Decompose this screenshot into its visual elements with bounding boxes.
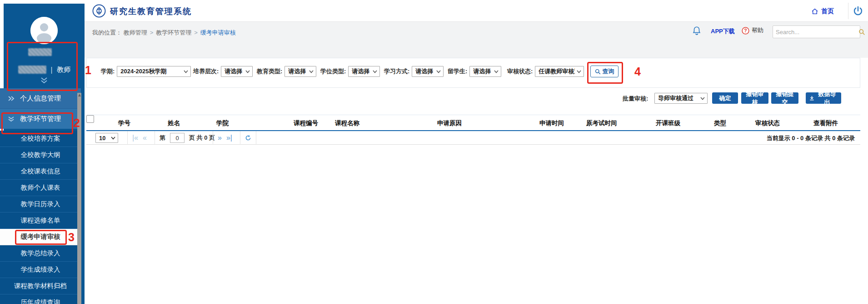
filter-training-level: 培养层次: 请选择 <box>193 66 253 77</box>
pager-refresh <box>240 131 256 145</box>
last-page-icon[interactable]: »| <box>226 134 232 142</box>
university-logo <box>92 4 106 18</box>
column-header-name[interactable]: 姓名 <box>168 119 180 127</box>
page-title: 研究生教育管理系统 <box>110 6 192 17</box>
select-all-checkbox[interactable] <box>86 115 94 123</box>
sidebar-item-course-roster[interactable]: 课程选修名单 <box>0 213 81 229</box>
notification-bell-icon[interactable] <box>692 25 702 36</box>
home-link[interactable]: 首页 <box>811 7 834 15</box>
filter-review-status: 审核状态: 任课教师审核通过 <box>507 66 584 77</box>
degree-type-select[interactable]: 请选择 <box>348 66 380 77</box>
page: 研究生教育管理系统 首页 我的位置： 教师管理>教学环节管理>缓考申请审核 AP… <box>0 0 868 304</box>
search-icon[interactable] <box>858 29 868 35</box>
study-mode-select[interactable]: 请选择 <box>412 66 444 77</box>
annotation-label-2: 2 <box>74 117 80 129</box>
search-input[interactable] <box>773 29 858 35</box>
column-header-apply-reason[interactable]: 申请原因 <box>437 119 462 127</box>
refresh-icon[interactable] <box>245 135 251 141</box>
chevron-right-icon <box>8 96 15 101</box>
column-header-class[interactable]: 开课班级 <box>656 119 680 127</box>
column-header-original-exam-time[interactable]: 原考试时间 <box>586 119 617 127</box>
column-header-course-code[interactable]: 课程编号 <box>294 119 318 127</box>
header-bar <box>85 0 868 22</box>
pager-page-box: 第 页 共 0 页 <box>155 131 219 145</box>
sidebar-item-personal-info[interactable]: 个人信息管理 <box>0 88 81 109</box>
avatar[interactable] <box>30 17 58 44</box>
page-size-select[interactable]: 10 <box>95 133 118 143</box>
batch-review-label: 批量审核: <box>623 95 648 103</box>
record-summary: 当前显示 0 - 0 条记录 共 0 条记录 <box>767 134 855 142</box>
sidebar-item-teaching-summary[interactable]: 教学总结录入 <box>0 245 81 262</box>
revoke-submit-button[interactable]: 撤销提交 <box>771 92 798 104</box>
next-page-icon[interactable]: » <box>218 134 222 142</box>
scrollbar-up-arrow-icon[interactable] <box>78 94 81 96</box>
global-search <box>773 25 860 38</box>
header-divider <box>848 3 848 19</box>
breadcrumb: 我的位置： 教师管理>教学环节管理>缓考申请审核 <box>92 29 236 37</box>
column-header-student-id[interactable]: 学号 <box>118 119 130 127</box>
download-icon <box>809 96 814 101</box>
sidebar-item-teaching-management[interactable]: 教学环节管理 <box>0 109 81 129</box>
user-role: ｜ 教师 <box>48 66 70 74</box>
column-header-review-status[interactable]: 审核状态 <box>755 119 780 127</box>
batch-action-select[interactable]: 导师审核通过 <box>654 93 708 104</box>
confirm-button[interactable]: 确定 <box>712 92 738 104</box>
sidebar-item-syllabus[interactable]: 全校教学大纲 <box>0 147 81 163</box>
svg-text:?: ? <box>744 28 747 33</box>
annotation-label-3: 3 <box>68 232 75 243</box>
chevron-down-icon <box>8 116 15 122</box>
column-header-type[interactable]: 类型 <box>714 119 726 127</box>
home-icon <box>811 8 818 15</box>
app-download-link[interactable]: APP下载 <box>711 27 735 35</box>
user-id-redacted <box>18 66 46 74</box>
page-number-input[interactable] <box>170 133 185 143</box>
pager-nav-first-prev: |« « <box>127 131 151 145</box>
education-type-select[interactable]: 请选择 <box>284 66 316 77</box>
column-header-apply-time[interactable]: 申请时间 <box>539 119 564 127</box>
review-status-select[interactable]: 任课教师审核通过 <box>535 66 584 77</box>
international-student-select[interactable]: 请选择 <box>469 66 501 77</box>
breadcrumb-item[interactable]: 教师管理 <box>124 29 147 36</box>
column-header-college[interactable]: 学院 <box>216 119 229 127</box>
pagination-bar: 10 |« « 第 页 共 0 页 » »| 当前显示 0 - 0 条记录 共 … <box>86 131 860 145</box>
column-header-view-attachment[interactable]: 查看附件 <box>813 119 838 127</box>
logout-power-icon[interactable] <box>853 5 863 16</box>
filter-degree-type: 学位类型: 请选择 <box>320 66 380 77</box>
annotation-label-1: 1 <box>85 65 91 76</box>
sidebar-item-timetable-info[interactable]: 全校课表信息 <box>0 163 81 180</box>
profile-collapse-chevron-icon[interactable] <box>40 77 48 84</box>
annotation-label-4: 4 <box>634 66 641 77</box>
sidebar-item-teacher-timetable[interactable]: 教师个人课表 <box>0 180 81 196</box>
filter-semester: 学期: 2024-2025秋学期 <box>101 66 191 77</box>
breadcrumb-location-label: 我的位置： <box>92 29 122 36</box>
sidebar-item-training-plan[interactable]: 全校培养方案 <box>0 131 81 147</box>
breadcrumb-item[interactable]: 教学环节管理 <box>156 29 191 36</box>
user-name-redacted <box>28 48 52 56</box>
first-page-icon[interactable]: |« <box>132 134 138 142</box>
filter-education-type: 教育类型: 请选择 <box>257 66 316 77</box>
table-header-row: 学号 姓名 学院 课程编号 课程名称 申请原因 申请时间 原考试时间 开课班级 … <box>86 115 860 132</box>
revoke-review-button[interactable]: 撤销审核 <box>741 92 768 104</box>
column-header-course-name[interactable]: 课程名称 <box>335 119 359 127</box>
data-export-button[interactable]: 数据导出 <box>806 92 841 104</box>
help-link[interactable]: ? 帮助 <box>742 26 763 35</box>
semester-select[interactable]: 2024-2025秋学期 <box>117 66 191 77</box>
sidebar-item-grade-entry[interactable]: 学生成绩录入 <box>0 262 81 278</box>
sidebar-item-teaching-calendar[interactable]: 教学日历录入 <box>0 196 81 213</box>
sidebar-item-historical-grades[interactable]: 历年成绩查询 <box>0 294 81 304</box>
prev-page-icon[interactable]: « <box>143 134 147 142</box>
training-level-select[interactable]: 请选择 <box>221 66 253 77</box>
breadcrumb-item-current: 缓考申请审核 <box>200 29 236 36</box>
pager-nav-next-last: » »| <box>213 131 237 145</box>
help-icon: ? <box>742 27 749 35</box>
sidebar-submenu: 全校培养方案 全校教学大纲 全校课表信息 教师个人课表 教学日历录入 课程选修名… <box>0 131 81 304</box>
filter-study-mode: 学习方式: 请选择 <box>384 66 444 77</box>
query-button[interactable]: 查询 <box>590 66 619 77</box>
sidebar-item-material-archive[interactable]: 课程教学材料归档 <box>0 278 81 294</box>
filter-international-student: 留学生: 请选择 <box>448 66 501 77</box>
